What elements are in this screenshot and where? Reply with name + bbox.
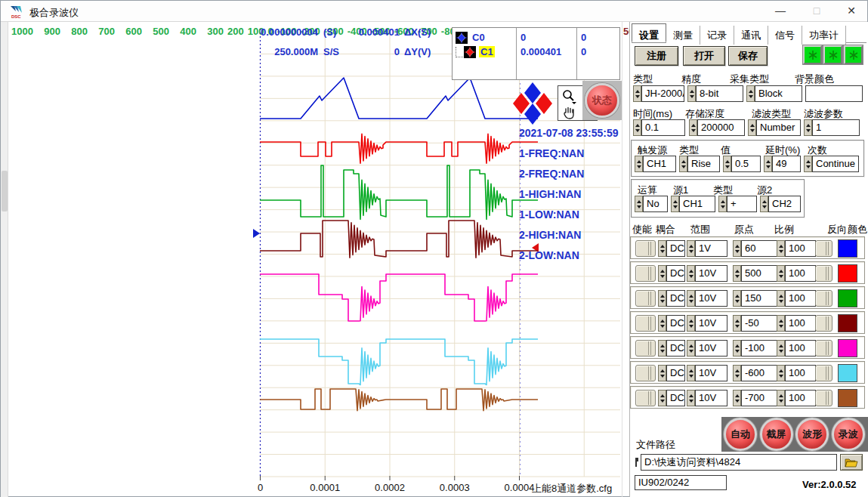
coupling-field[interactable]: DC [666, 390, 685, 406]
coupling-field[interactable]: DC [666, 290, 685, 307]
zoom-tool-icon[interactable] [561, 89, 578, 104]
range-spinner[interactable] [687, 365, 695, 381]
precision-spinner[interactable] [687, 85, 696, 102]
channel-color-swatch[interactable] [838, 339, 857, 357]
origin-spinner[interactable] [733, 365, 741, 381]
source2-field[interactable]: CH2 [768, 196, 801, 212]
maximize-button[interactable]: □ [800, 1, 833, 21]
coupling-spinner[interactable] [658, 290, 666, 307]
trigger-count-spinner[interactable] [804, 156, 812, 172]
filter-type-spinner[interactable] [748, 119, 756, 136]
tab-3[interactable]: 记录 [700, 26, 734, 45]
range-spinner[interactable] [687, 390, 695, 406]
trigger-source-spinner[interactable] [635, 156, 643, 172]
scale-field[interactable]: 100 [785, 340, 816, 357]
range-spinner[interactable] [687, 315, 695, 332]
channel-color-swatch[interactable] [838, 364, 857, 382]
browse-folder-button[interactable] [840, 454, 863, 471]
record-button-2[interactable]: 截屏 [760, 418, 793, 451]
tab-2[interactable]: 测量 [666, 26, 700, 45]
enable-toggle[interactable] [635, 265, 656, 282]
scale-spinner[interactable] [777, 390, 785, 406]
op-type-spinner[interactable] [718, 196, 727, 212]
green-led-button-2[interactable] [823, 45, 842, 64]
storage-depth-spinner[interactable] [689, 119, 697, 136]
green-led-button-1[interactable] [803, 45, 822, 64]
enable-toggle[interactable] [635, 315, 656, 332]
coupling-spinner[interactable] [658, 265, 666, 282]
coupling-spinner[interactable] [658, 390, 666, 406]
scale-spinner[interactable] [777, 340, 785, 357]
origin-field[interactable]: -100 [741, 340, 779, 357]
scale-field[interactable]: 100 [785, 365, 816, 381]
enable-toggle[interactable] [635, 290, 656, 307]
enable-toggle[interactable] [635, 240, 656, 257]
coupling-spinner[interactable] [658, 365, 666, 381]
file-path-input[interactable]: D:\快速访问资料\4824 [641, 454, 837, 471]
device-type-spinner[interactable] [633, 85, 641, 102]
range-field[interactable]: 10V [695, 340, 727, 357]
scale-field[interactable]: 100 [785, 290, 816, 307]
origin-field[interactable]: 150 [741, 290, 779, 307]
channel-color-swatch[interactable] [838, 289, 857, 307]
invert-toggle[interactable] [815, 365, 832, 381]
origin-field[interactable]: 60 [741, 240, 779, 257]
minimize-button[interactable]: — [764, 1, 797, 21]
invert-toggle[interactable] [815, 265, 832, 282]
open-button[interactable]: 打开 [683, 46, 725, 66]
record-button-3[interactable]: 波形 [795, 418, 829, 451]
device-type-field[interactable]: JH-2000A [641, 85, 684, 102]
time-ms-field[interactable]: 0.1 [641, 119, 685, 136]
cursor-legend-table[interactable]: C000C10.0004010 [452, 27, 620, 80]
splitter-handle[interactable] [2, 171, 8, 211]
source2-spinner[interactable] [760, 196, 768, 212]
range-spinner[interactable] [687, 290, 695, 307]
scale-spinner[interactable] [777, 315, 785, 332]
invert-toggle[interactable] [815, 315, 832, 332]
operation-spinner[interactable] [635, 196, 643, 212]
pan-hand-icon[interactable] [562, 106, 576, 119]
origin-spinner[interactable] [733, 390, 741, 406]
filter-param-field[interactable]: 1 [812, 119, 860, 136]
origin-field[interactable]: -600 [741, 365, 779, 381]
device-id-field[interactable]: IU902/0242 [635, 475, 727, 490]
origin-field[interactable]: -50 [741, 315, 779, 332]
precision-field[interactable]: 8-bit [696, 85, 743, 102]
channel-color-swatch[interactable] [838, 264, 857, 282]
invert-toggle[interactable] [815, 340, 832, 357]
range-field[interactable]: 10V [695, 265, 727, 282]
trigger-delay-spinner[interactable] [764, 156, 772, 172]
trigger-delay-field[interactable]: 49 [772, 156, 801, 172]
source1-field[interactable]: CH1 [679, 196, 715, 212]
range-field[interactable]: 10V [695, 315, 727, 332]
invert-toggle[interactable] [815, 240, 832, 257]
storage-depth-field[interactable]: 200000 [697, 119, 745, 136]
tab-6[interactable]: 功率计 [802, 26, 846, 45]
range-field[interactable]: 10V [695, 290, 727, 307]
trigger-type-field[interactable]: Rise [687, 156, 720, 172]
trigger-value-spinner[interactable] [723, 156, 731, 172]
status-button[interactable]: 状态 [585, 83, 619, 118]
range-spinner[interactable] [687, 265, 695, 282]
record-button-4[interactable]: 录波 [832, 418, 865, 451]
enable-toggle[interactable] [635, 365, 656, 381]
scale-spinner[interactable] [777, 290, 785, 307]
origin-field[interactable]: -700 [741, 390, 779, 406]
enable-toggle[interactable] [635, 390, 656, 406]
origin-spinner[interactable] [733, 315, 741, 332]
range-spinner[interactable] [687, 240, 695, 257]
scale-field[interactable]: 100 [785, 240, 816, 257]
trigger-count-field[interactable]: Continue [812, 156, 859, 172]
cursor-row-c0[interactable]: C0 [456, 31, 487, 44]
operation-field[interactable]: No [643, 196, 668, 212]
coupling-field[interactable]: DC [666, 340, 685, 357]
channel-color-swatch[interactable] [838, 389, 857, 407]
origin-field[interactable]: 500 [741, 265, 779, 282]
invert-toggle[interactable] [815, 390, 832, 406]
save-button[interactable]: 保存 [728, 46, 768, 66]
trigger-value-field[interactable]: 0.5 [731, 156, 761, 172]
invert-toggle[interactable] [815, 290, 832, 307]
range-field[interactable]: 1V [695, 240, 727, 257]
green-led-button-3[interactable] [844, 45, 863, 64]
cursor-mover-control[interactable] [513, 81, 552, 126]
